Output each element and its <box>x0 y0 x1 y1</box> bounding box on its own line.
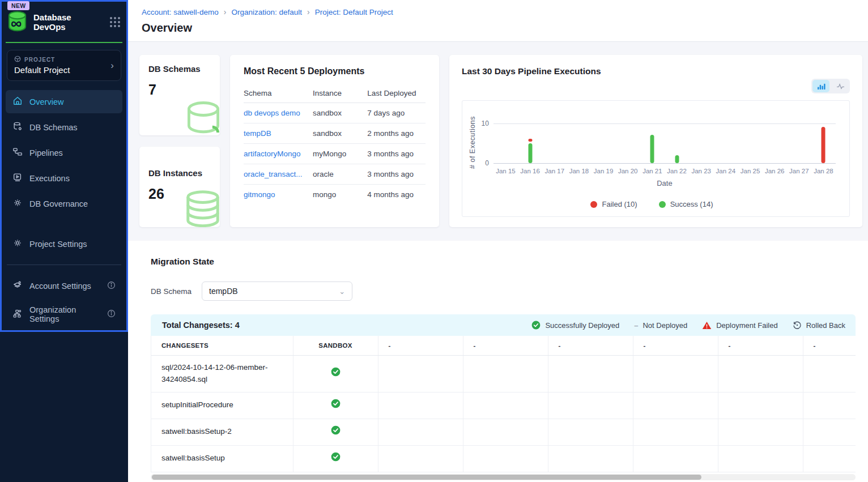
schema-link[interactable]: artifactoryMongo <box>244 150 301 158</box>
database-cylinder-icon <box>181 98 220 135</box>
column-header-last-deployed: Last Deployed <box>367 83 426 103</box>
success-bar[interactable] <box>650 135 654 163</box>
stat-column: DB Schemas 7 DB Instances 26 <box>139 55 220 227</box>
failed-bar[interactable] <box>528 139 532 142</box>
x-tick-label: Jan 28 <box>811 168 836 174</box>
deployed-cell: 7 days ago <box>367 103 426 123</box>
sidebar-item-label: DB Governance <box>29 199 88 208</box>
db-instances-card: DB Instances 26 <box>139 147 220 227</box>
x-tick-label: Jan 23 <box>689 168 713 174</box>
app-switcher-icon[interactable] <box>110 17 120 27</box>
sidebar-divider <box>7 265 121 265</box>
total-changesets-bar: Total Changesets: 4 Successfully Deploye… <box>151 314 856 336</box>
sidebar-item-organization-settings[interactable]: Organization Settings <box>6 300 122 329</box>
chevron-down-icon: ⌄ <box>339 287 345 296</box>
bar-chart-toggle-icon[interactable] <box>812 80 829 92</box>
schema-link[interactable]: oracle_transact... <box>244 170 303 178</box>
check-circle-icon <box>531 321 541 330</box>
check-circle-icon <box>331 399 341 408</box>
table-row: sql/2024-10-14-12-06-member-34240854.sql <box>151 356 856 393</box>
breadcrumb-organization-link[interactable]: Organization: default <box>231 8 302 16</box>
sidebar-item-account-settings[interactable]: Account Settings <box>6 274 122 297</box>
page-title: Overview <box>142 22 854 35</box>
sidebar-item-executions[interactable]: Executions <box>6 167 122 190</box>
project-selector[interactable]: PROJECT Default Project › <box>7 50 121 81</box>
x-tick-label: Jan 26 <box>763 168 787 174</box>
app-title: Database DevOps <box>33 12 104 32</box>
sidebar-item-label: Account Settings <box>29 281 91 291</box>
app-root: NEW Database DevOps <box>0 0 868 482</box>
sidebar-item-db-schemas[interactable]: DB Schemas <box>6 116 122 139</box>
line-chart-toggle-icon[interactable] <box>832 80 849 92</box>
nav-spacer <box>6 217 122 230</box>
column-header-empty: - <box>548 336 633 356</box>
changesets-table: CHANGESETS SANDBOX - - - - - - <box>151 336 856 472</box>
db-schemas-card: DB Schemas 7 <box>139 55 220 135</box>
dash-icon: – <box>634 321 638 330</box>
deployed-cell: 3 months ago <box>367 164 426 185</box>
instance-cell: oracle <box>313 164 367 185</box>
table-row: db devops demo sandbox 7 days ago <box>244 103 426 123</box>
column-header-instance: Instance <box>313 83 367 103</box>
failed-bar[interactable] <box>822 127 826 163</box>
success-bar[interactable] <box>528 143 532 164</box>
chart-legend: Failed (10)Success (14) <box>468 200 836 208</box>
legend-rolled-back: Rolled Back <box>793 321 845 330</box>
x-tick-label: Jan 15 <box>493 168 518 174</box>
db-schema-selected-value: tempDB <box>209 287 238 296</box>
chart-bar-slot <box>787 116 811 163</box>
deployments-title: Most Recent 5 Deployments <box>244 66 426 76</box>
sidebar-item-pipelines[interactable]: Pipelines <box>6 141 122 164</box>
pipeline-icon <box>12 147 23 159</box>
schema-link[interactable]: tempDB <box>244 129 271 138</box>
new-badge: NEW <box>7 1 29 10</box>
x-tick-label: Jan 25 <box>738 168 762 174</box>
changeset-name: satwell:basisSetup-2 <box>151 419 293 445</box>
breadcrumb-project-link[interactable]: Project: Default Project <box>315 8 393 16</box>
sidebar-nav: Overview DB Schemas Pipelines <box>0 90 128 255</box>
x-tick-label: Jan 16 <box>518 168 542 174</box>
deployed-cell: 2 months ago <box>367 123 426 144</box>
chevron-right-icon: › <box>110 60 114 71</box>
chart-bar-slot <box>592 116 616 163</box>
scrollbar-thumb[interactable] <box>152 475 701 480</box>
sandbox-status-cell[interactable] <box>293 419 378 445</box>
schema-link[interactable]: db devops demo <box>244 109 300 117</box>
sidebar-item-label: Overview <box>29 97 63 106</box>
sidebar-item-label: Executions <box>29 174 70 183</box>
x-tick-label: Jan 24 <box>713 168 738 174</box>
sidebar-item-project-settings[interactable]: Project Settings <box>6 232 122 255</box>
breadcrumb-account-link[interactable]: Account: satwell-demo <box>142 8 219 16</box>
sidebar-item-overview[interactable]: Overview <box>6 90 122 113</box>
sandbox-status-cell[interactable] <box>293 392 378 419</box>
db-schemas-title: DB Schemas <box>148 64 211 74</box>
sandbox-status-cell[interactable] <box>293 356 378 393</box>
legend-dot-icon <box>590 201 597 208</box>
migration-state-section: Migration State DB Schema tempDB ⌄ Total… <box>128 241 868 482</box>
deployed-cell: 4 months ago <box>367 185 426 205</box>
column-header-empty: - <box>378 336 463 356</box>
info-icon[interactable] <box>107 309 116 319</box>
schema-link[interactable]: gitmongo <box>244 190 275 199</box>
chart-bar-slot <box>567 116 591 163</box>
legend-not-deployed: – Not Deployed <box>634 321 687 330</box>
sidebar-item-label: DB Schemas <box>29 123 78 132</box>
info-icon[interactable] <box>107 281 116 291</box>
column-header-empty: - <box>803 336 856 356</box>
db-schema-select[interactable]: tempDB ⌄ <box>202 281 352 301</box>
pipeline-executions-card: Last 30 Days Pipeline Executions <box>449 55 862 227</box>
sidebar-settings-nav: Account Settings Organization Settings <box>0 274 128 329</box>
legend-item: Failed (10) <box>590 200 637 208</box>
chevron-separator-icon: › <box>224 7 227 16</box>
layers-gear-icon <box>12 280 23 292</box>
db-instances-title: DB Instances <box>148 168 211 178</box>
success-bar[interactable] <box>675 155 679 163</box>
column-header-empty: - <box>718 336 803 356</box>
horizontal-scrollbar[interactable] <box>151 474 856 480</box>
db-schemas-count: 7 <box>148 82 211 98</box>
sidebar-item-db-governance[interactable]: DB Governance <box>6 192 122 215</box>
chart-bar-slot <box>640 116 665 163</box>
sandbox-status-cell[interactable] <box>293 445 378 472</box>
org-chart-gear-icon <box>12 309 23 321</box>
chart-bar-slot <box>738 116 762 163</box>
